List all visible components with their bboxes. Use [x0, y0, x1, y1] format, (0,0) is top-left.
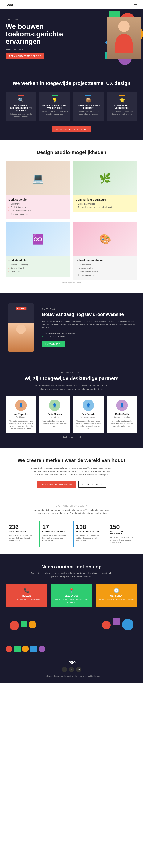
hero-title: We bouwen toekomstgerichte ervaringen — [6, 23, 59, 45]
list-item: Publiciteitsanalyse — [8, 206, 67, 209]
design-card-merk-id-image: ♾️ — [6, 222, 70, 256]
stat-label-3: TEVREDEN KLANTEN — [76, 531, 102, 533]
stat-number-2: 17 — [42, 524, 68, 531]
footer-shape-2 — [14, 646, 21, 652]
partner-text-1: Alles opdat ideeën maakt u voor de dinge… — [8, 420, 34, 430]
footer-shape-5 — [38, 646, 45, 652]
partner-card-1: 👤 Nat Reynolds Boekhouder Alles opdat id… — [6, 397, 36, 433]
list-item: Visuele positionering — [8, 264, 67, 266]
brands-desc: DesignStudio is een internationaal merk-… — [29, 466, 114, 476]
team-card-title-1: ONDERZOEK GEBRUIKSGERICHTE HOEFTEN — [8, 104, 34, 112]
hamburger-menu-icon[interactable]: ☰ — [134, 2, 137, 7]
teams-contact-button[interactable]: NEEM CONTACT MET ONS OP — [52, 126, 91, 132]
team-card-icon-3: 📦 — [75, 97, 102, 103]
partner-avatar-2: 👤 — [49, 400, 60, 411]
design-card-merk-img-placeholder: 💻 — [6, 161, 70, 195]
brands-title: We creëren merken waar de wereld van hou… — [6, 457, 137, 464]
footer-logo: logo — [6, 660, 137, 664]
team-card-accent-4 — [119, 95, 125, 96]
linkedin-icon[interactable]: in — [76, 667, 81, 672]
stat-number-3: 108 — [76, 524, 102, 531]
contact-card-visit: 📍 BEZOEK ONS 799 Work Street, 2S Avenue … — [51, 584, 92, 608]
stats-over-container: OVER ONS EN ONS WERK — [6, 505, 137, 507]
list-item: Consumentenonderzoek — [8, 210, 67, 212]
design-card-comm-image: 🌿 — [73, 161, 137, 195]
dream-start-button[interactable]: LAAT STARTEN — [42, 341, 65, 347]
team-card-title-3: ONTWERP EEN NIEUW PRODUCT — [75, 104, 102, 109]
contact-card-detail-phone: +1 (234) 567-891 +1 (234) 567-8904 — [8, 598, 45, 601]
partner-card-4: 👤 Mattie Smith Accountant auditor Alles … — [107, 397, 138, 433]
contact-card-title-hours: WERKUREN — [98, 595, 135, 597]
design-card-merk: 💻 Merk strategie Merkanalyse Publiciteit… — [6, 161, 70, 219]
navigation: logo ☰ — [0, 0, 143, 9]
design-card-merk-image: 💻 — [6, 161, 70, 195]
phone-icon: 📞 — [8, 588, 45, 593]
stats-section: OVER ONS EN ONS WERK Ante metus dictum a… — [0, 497, 143, 554]
teams-grid: 🔍 ONDERZOEK GEBRUIKSGERICHTE HOEFTEN Ond… — [6, 92, 137, 121]
design-card-merk-id-title: Merkidentiteit — [8, 259, 67, 262]
design-card-merk-id-content: Merkidentiteit Visuele positionering Kle… — [6, 256, 70, 277]
team-card-desc-3: Lanceer een MVP met het best in class ge… — [75, 111, 102, 115]
contact-shape-6 — [102, 621, 111, 629]
facebook-icon[interactable]: f — [62, 667, 67, 672]
footer-social: f t in — [6, 667, 137, 672]
contact-grid: 📞 BELLEN +1 (234) 567-891 +1 (234) 567-8… — [6, 584, 137, 608]
contact-card-title-phone: BELLEN — [8, 595, 45, 597]
brands-skillshare-button[interactable]: SKILLSHAREBURSTUDIO.COM — [37, 481, 76, 488]
stats-desc: Ante metus dictum at tempor commodo ulla… — [33, 508, 110, 515]
list-item: Strategie-rapportage — [8, 213, 67, 216]
contact-desc: Duis aute irure dolor in reprehenderit i… — [29, 572, 114, 578]
team-card-accent-1 — [18, 95, 24, 96]
partner-avatar-1: 👤 — [15, 400, 27, 411]
contact-shape-1 — [9, 621, 19, 630]
partners-grid: 👤 Nat Reynolds Boekhouder Alles opdat id… — [6, 397, 137, 433]
design-section-title: Design Studio-mogelijkheden — [6, 150, 137, 155]
partner-text-3: Alles opdat ideeën maakt u voor de dinge… — [75, 420, 102, 430]
hero-over-label: OVER ONS — [6, 19, 67, 21]
stat-desc-2: Sample text. Click to select the text bo… — [42, 534, 68, 542]
dream-phone-label: HELLO! — [16, 307, 26, 310]
contact-shape-2 — [21, 621, 27, 626]
contact-card-detail-visit: 799 Work Street, 2S Avenue New York, NY … — [53, 598, 90, 604]
teams-section: We werken in toegewijde projectteams, UX… — [0, 71, 143, 140]
stat-card-2: 17 GEWONNEN PRIJZEN Sample text. Click t… — [39, 521, 70, 547]
team-card-icon-1: 🔍 — [8, 97, 34, 103]
contact-card-phone: 📞 BELLEN +1 (234) 567-891 +1 (234) 567-8… — [6, 584, 48, 608]
dream-text: Amet metus dictum at tempor commodo ulla… — [42, 320, 137, 329]
partner-card-3: 👤 Bob Roberts Verkoopsmanager Alles opda… — [73, 397, 104, 433]
design-card-comm-img-placeholder: 🌿 — [73, 161, 137, 195]
location-icon: 📍 — [53, 588, 90, 593]
stat-desc-4: Sample text. Click to select the text bo… — [110, 536, 135, 544]
stat-number-1: 236 — [8, 524, 34, 531]
list-item: Teamleiding voor uw communicatiepositie — [76, 206, 135, 209]
contact-card-detail-hours: Ma – Vr : 10:00 – 20:00 uur Za – Zo: Ges… — [98, 598, 135, 601]
list-item: Interface-ervaringen — [76, 267, 135, 270]
brands-work-button[interactable]: BEKIJK ONS WERK — [78, 481, 106, 488]
nav-logo: logo — [6, 3, 13, 7]
team-card-3: 📦 ONTWERP EEN NIEUW PRODUCT Lanceer een … — [73, 92, 104, 121]
design-card-comm-list: Boodschapstrategie Teamleiding voor uw c… — [76, 203, 135, 209]
stat-card-1: 236 KOPPEN KOFFIE Sample text. Click to … — [6, 521, 36, 547]
hero-contact-button[interactable]: NEEM CONTACT MET ONS OP — [6, 53, 45, 59]
footer-text: Sample text. Click to select the text bo… — [33, 675, 110, 678]
teams-title: We werken in toegewijde projectteams, UX… — [6, 80, 137, 87]
dream-bullet-1: Ontkoppeling via e-mail en oplossen — [42, 332, 137, 334]
hero-person-illustration — [107, 17, 141, 59]
design-card-merk-id-img-placeholder: ♾️ — [6, 222, 70, 256]
stat-desc-1: Sample text. Click to select the text bo… — [8, 534, 34, 542]
list-item: Boodschapstrategie — [76, 203, 135, 205]
design-card-user-image: 🎨 — [73, 222, 137, 256]
footer-content: logo f t in Sample text. Click to select… — [6, 656, 137, 678]
contact-card-title-visit: BEZOEK ONS — [53, 595, 90, 597]
stat-card-4: 150 PROJECTEN AFGEROND Sample text. Clic… — [107, 521, 138, 547]
footer: logo f t in Sample text. Click to select… — [0, 640, 143, 683]
design-image-label: Afbeeldingen van Freepik — [6, 282, 137, 284]
stat-card-3: 108 TEVREDEN KLANTEN Sample text. Click … — [73, 521, 104, 547]
twitter-icon[interactable]: t — [69, 667, 74, 672]
brands-section: We creëren merken waar de wereld van hou… — [0, 448, 143, 497]
partner-name-2: Celia Almeda — [42, 413, 68, 415]
team-card-icon-2: 💡 — [41, 97, 68, 103]
stats-grid: 236 KOPPEN KOFFIE Sample text. Click to … — [6, 521, 137, 547]
footer-shapes — [6, 646, 137, 652]
partner-name-4: Mattie Smith — [109, 413, 135, 415]
